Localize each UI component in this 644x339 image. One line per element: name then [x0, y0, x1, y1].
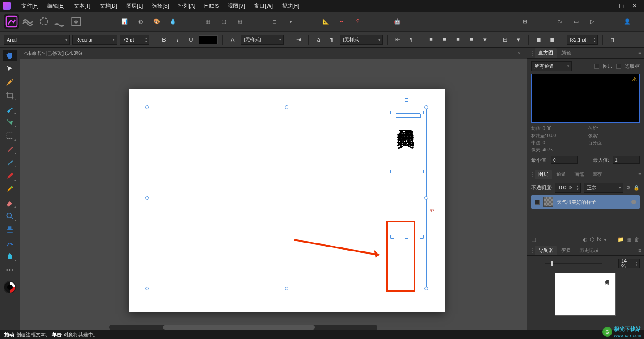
auto-wb-icon[interactable]: 💧: [165, 14, 180, 29]
panel-menu-icon[interactable]: ≡: [638, 247, 641, 254]
move-tool-icon[interactable]: [3, 63, 17, 75]
menu-layer[interactable]: 图层[L]: [122, 0, 147, 12]
channel-select[interactable]: 所有通道: [531, 61, 572, 71]
tab-brushes[interactable]: 画笔: [571, 170, 588, 179]
align-center-icon[interactable]: ≡: [439, 35, 450, 45]
persona-photo-icon[interactable]: [4, 14, 19, 29]
menu-document[interactable]: 文档[D]: [95, 0, 122, 12]
panel-drag-icon[interactable]: ⋮⋮: [530, 172, 532, 178]
char-style-select[interactable]: [无样式]: [241, 35, 284, 45]
layer-visibility-icon[interactable]: [631, 200, 636, 204]
window-maximize[interactable]: ▢: [614, 0, 628, 12]
fx-icon[interactable]: ⬡: [590, 236, 594, 243]
add-layer-icon[interactable]: ▦: [627, 236, 631, 243]
persona-export-icon[interactable]: [69, 14, 83, 29]
char-panel-button[interactable]: A: [227, 35, 238, 45]
italic-button[interactable]: I: [172, 35, 183, 45]
remove-format-icon[interactable]: ⇥: [293, 35, 304, 45]
delete-layer-icon[interactable]: 🗑: [634, 236, 640, 243]
text-frame[interactable]: 天气很美好的样子 👁: [147, 107, 427, 289]
align-left-icon[interactable]: ≡: [426, 35, 436, 45]
align-justify-dd-icon[interactable]: ▾: [479, 35, 490, 45]
foreground-color-icon[interactable]: [4, 281, 16, 293]
auto-contrast-icon[interactable]: ◐: [133, 14, 148, 29]
crop-preset-icon[interactable]: ▭: [569, 14, 583, 29]
panel-drag-icon[interactable]: ⋮⋮: [530, 50, 532, 56]
text-color-swatch[interactable]: [199, 35, 218, 44]
valign-icon[interactable]: ⊟: [500, 35, 510, 45]
blend-mode-select[interactable]: 正常: [584, 183, 623, 193]
opacity-input[interactable]: 100 %: [555, 183, 581, 193]
ligatures-button[interactable]: fi: [607, 35, 618, 45]
align-center-icon[interactable]: ⊟: [518, 14, 532, 29]
tab-color[interactable]: 颜色: [558, 48, 575, 58]
font-family-select[interactable]: Arial: [4, 35, 70, 45]
marquee-checkbox[interactable]: [616, 64, 621, 69]
paint-brush-icon[interactable]: [3, 170, 17, 182]
selection-brush-icon[interactable]: [3, 103, 17, 115]
vector-brush-icon[interactable]: [3, 237, 17, 249]
selection-all-icon[interactable]: ▦: [200, 14, 215, 29]
align-justify-icon[interactable]: ≡: [466, 35, 477, 45]
valign-dd-icon[interactable]: ▾: [513, 35, 524, 45]
stamp-tool-icon[interactable]: [3, 224, 17, 235]
layer-fx-icon[interactable]: ⚙: [626, 185, 631, 191]
hist-min-input[interactable]: [551, 156, 578, 164]
zoom-out-button[interactable]: −: [531, 259, 542, 268]
window-minimize[interactable]: —: [601, 0, 614, 12]
panel-menu-icon[interactable]: ≡: [638, 50, 641, 56]
histogram-warning-icon[interactable]: ⚠: [632, 76, 637, 83]
assistant-icon[interactable]: ?: [351, 14, 365, 29]
leading-input[interactable]: [82.1 pt]: [567, 35, 598, 45]
menu-select[interactable]: 选择[S]: [147, 0, 174, 12]
marquee-tool-icon[interactable]: [3, 130, 17, 142]
clip-icon[interactable]: ▾: [604, 236, 606, 243]
font-weight-select[interactable]: Regular: [72, 35, 117, 45]
pilcrow-icon[interactable]: ¶: [326, 35, 337, 45]
menu-text[interactable]: 文本[T]: [69, 0, 95, 12]
auto-levels-icon[interactable]: 📊: [117, 14, 131, 29]
mask-layer-icon[interactable]: ◫: [531, 236, 536, 243]
underline-button[interactable]: U: [186, 35, 196, 45]
flip-icon[interactable]: ▷: [585, 14, 599, 29]
ai-icon[interactable]: 🤖: [390, 14, 404, 29]
zoom-in-button[interactable]: +: [605, 259, 615, 268]
menu-window[interactable]: 窗口[W]: [250, 0, 277, 12]
persona-liquify-icon[interactable]: [21, 14, 35, 29]
navigator-thumbnail[interactable]: 天气很美好的样子: [555, 273, 616, 316]
persona-tone-icon[interactable]: [53, 14, 67, 29]
clone-brush-icon[interactable]: [3, 157, 17, 168]
bold-button[interactable]: B: [159, 35, 169, 45]
menu-help[interactable]: 帮助[H]: [277, 0, 304, 12]
selection-invert-icon[interactable]: ▨: [233, 14, 247, 29]
more-tools-icon[interactable]: • • •: [3, 264, 17, 276]
persona-develop-icon[interactable]: [37, 14, 51, 29]
outdent-button[interactable]: ⇤: [392, 35, 403, 45]
force-pixel-icon[interactable]: ▪▪: [335, 14, 349, 29]
tab-channels[interactable]: 通道: [553, 170, 570, 179]
snap-icon[interactable]: 📐: [318, 14, 333, 29]
selection-none-icon[interactable]: ▢: [216, 14, 231, 29]
adjustment-icon[interactable]: ◐: [583, 236, 587, 243]
menu-filters[interactable]: Filters: [200, 0, 224, 12]
auto-colors-icon[interactable]: 🎨: [149, 14, 164, 29]
group-icon[interactable]: 📁: [617, 236, 624, 243]
heal-brush-icon[interactable]: [3, 143, 17, 155]
document-close-icon[interactable]: ×: [516, 50, 522, 56]
tab-stock[interactable]: 库存: [589, 170, 606, 179]
panel-drag-icon[interactable]: ⋮⋮: [530, 247, 532, 254]
hand-tool-icon[interactable]: [3, 50, 17, 61]
panel-menu-icon[interactable]: ≡: [638, 172, 641, 178]
zoom-slider[interactable]: [545, 263, 602, 264]
tab-history[interactable]: 历史记录: [576, 246, 602, 255]
para-panel-button[interactable]: a: [313, 35, 324, 45]
list-bullet-icon[interactable]: ≣: [533, 35, 544, 45]
document-tab[interactable]: <未命名> [已修改] (14.3%) ×: [20, 48, 527, 59]
layer-item[interactable]: 天气很美好的样子: [531, 195, 640, 209]
account-icon[interactable]: 👤: [620, 14, 634, 29]
tab-layers[interactable]: 图层: [535, 170, 552, 179]
tab-navigator[interactable]: 导航器: [535, 246, 557, 255]
menu-file[interactable]: 文件[F]: [17, 0, 43, 12]
tab-histogram[interactable]: 直方图: [535, 48, 557, 58]
menu-edit[interactable]: 编辑[E]: [43, 0, 69, 12]
